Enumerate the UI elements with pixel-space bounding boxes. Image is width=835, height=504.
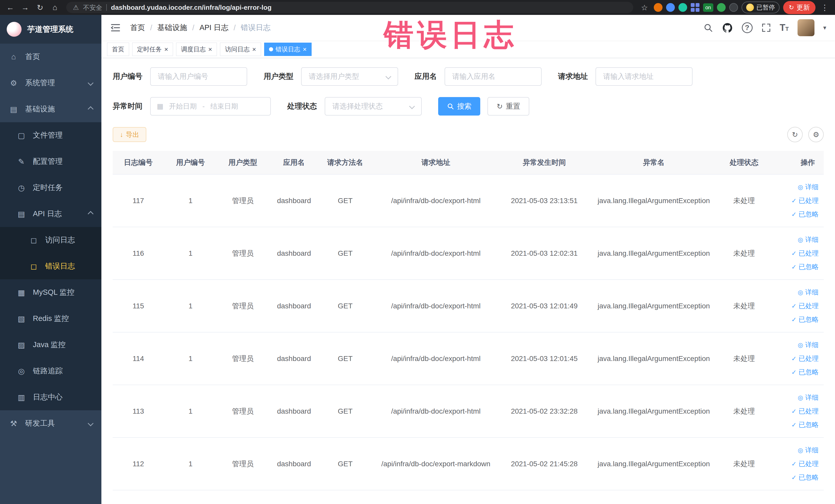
config-icon: ✎ [16, 157, 26, 166]
request-url-input[interactable] [595, 67, 693, 86]
sidebar-item-config[interactable]: ✎配置管理 [0, 148, 101, 175]
sidebar-toggle-icon[interactable] [110, 22, 121, 33]
tab-close-icon[interactable]: × [252, 46, 256, 53]
bookmark-star-icon[interactable]: ☆ [639, 3, 650, 12]
action-label: 详细 [805, 393, 819, 402]
url-text[interactable]: dashboard.yudao.iocoder.cn/infra/log/api… [111, 4, 271, 12]
tab-访问日志[interactable]: 访问日志× [220, 43, 261, 56]
sidebar-item-label: 研发工具 [25, 418, 82, 428]
extension-grid-icon[interactable] [691, 3, 699, 12]
cell: 1 [164, 227, 217, 280]
check-icon: ✓ [791, 355, 796, 362]
cell: dashboard [268, 438, 320, 490]
tab-调度日志[interactable]: 调度日志× [176, 43, 217, 56]
github-icon[interactable] [722, 22, 733, 33]
action-已忽略[interactable]: ✓已忽略 [771, 418, 819, 431]
extension-icon[interactable] [654, 3, 663, 12]
user-type-select[interactable]: 请选择用户类型 [301, 67, 398, 86]
cell: /api/infra/db-doc/export-html [371, 385, 501, 438]
refresh-button[interactable]: ↻ [787, 127, 803, 142]
sidebar-item-label: 定时任务 [33, 183, 93, 193]
sidebar-item-infra[interactable]: ▤基础设施 [0, 96, 101, 122]
sidebar-item-job[interactable]: ◷定时任务 [0, 175, 101, 201]
action-已忽略[interactable]: ✓已忽略 [771, 365, 819, 379]
extension-icon[interactable] [717, 3, 726, 12]
action-详细[interactable]: ◎详细 [771, 285, 819, 299]
action-label: 已处理 [798, 354, 819, 363]
tab-首页[interactable]: 首页 [107, 43, 129, 56]
sidebar-item-home[interactable]: ⌂首页 [0, 44, 101, 70]
caret-down-icon[interactable]: ▾ [823, 24, 826, 31]
action-已处理[interactable]: ✓已处理 [771, 404, 819, 418]
user-avatar[interactable] [797, 19, 814, 36]
action-已忽略[interactable]: ✓已忽略 [771, 260, 819, 274]
tab-label: 访问日志 [225, 45, 249, 54]
search-icon[interactable] [703, 23, 713, 33]
sidebar-item-access-log[interactable]: ◻访问日志 [0, 227, 101, 253]
tab-close-icon[interactable]: × [303, 46, 307, 53]
sidebar-item-label: 链路追踪 [33, 366, 93, 376]
export-button[interactable]: ↓ 导出 [113, 127, 146, 142]
action-已处理[interactable]: ✓已处理 [771, 194, 819, 207]
tab-定时任务[interactable]: 定时任务× [132, 43, 173, 56]
breadcrumb-item[interactable]: API 日志 [200, 23, 228, 33]
tab-close-icon[interactable]: × [164, 46, 168, 53]
reload-icon[interactable]: ↻ [34, 3, 46, 12]
sidebar-item-system[interactable]: ⚙系统管理 [0, 70, 101, 96]
tab-close-icon[interactable]: × [208, 46, 212, 53]
action-详细[interactable]: ◎详细 [771, 391, 819, 404]
action-已忽略[interactable]: ✓已忽略 [771, 207, 819, 221]
date-range-picker[interactable]: ▦ 开始日期 - 结束日期 [150, 97, 271, 116]
sidebar-item-log-center[interactable]: ▥日志中心 [0, 384, 101, 410]
sidebar-item-dev-tools[interactable]: ⚒研发工具 [0, 410, 101, 437]
check-icon: ✓ [791, 211, 796, 218]
update-button[interactable]: ↻ 更新 [783, 1, 815, 14]
extension-icon[interactable] [678, 3, 687, 12]
extension-icon[interactable] [666, 3, 675, 12]
action-已处理[interactable]: ✓已处理 [771, 299, 819, 313]
font-size-icon[interactable]: TT [780, 22, 789, 33]
sidebar-item-api-log[interactable]: ▤API 日志 [0, 201, 101, 227]
app-name-input[interactable] [445, 67, 542, 86]
action-已忽略[interactable]: ✓已忽略 [771, 471, 819, 484]
action-已处理[interactable]: ✓已处理 [771, 457, 819, 471]
cell: 1 [164, 280, 217, 332]
home-icon[interactable]: ⌂ [49, 3, 61, 12]
sidebar-item-redis[interactable]: ▧Redis 监控 [0, 305, 101, 332]
help-icon[interactable]: ? [742, 22, 753, 33]
action-详细[interactable]: ◎详细 [771, 180, 819, 194]
tab-错误日志[interactable]: 错误日志× [264, 43, 312, 56]
action-详细[interactable]: ◎详细 [771, 233, 819, 246]
action-已忽略[interactable]: ✓已忽略 [771, 313, 819, 326]
sidebar-item-error-log[interactable]: ◻错误日志 [0, 253, 101, 279]
extension-on-badge[interactable]: on [703, 3, 713, 12]
paused-badge[interactable]: 已暂停 [741, 2, 779, 13]
process-status-select[interactable]: 请选择处理状态 [325, 97, 422, 116]
forward-icon[interactable]: → [20, 3, 31, 12]
fullscreen-icon[interactable] [761, 23, 771, 33]
reset-button[interactable]: ↻ 重置 [487, 97, 529, 116]
column-settings-button[interactable]: ⚙ [808, 127, 824, 142]
security-label[interactable]: 不安全 [83, 3, 102, 12]
extension-icon[interactable] [729, 3, 738, 12]
action-详细[interactable]: ◎详细 [771, 338, 819, 352]
address-bar[interactable]: ⚠ 不安全 dashboard.yudao.iocoder.cn/infra/l… [66, 2, 633, 13]
browser-menu-icon[interactable]: ⋮ [819, 3, 830, 12]
action-详细[interactable]: ◎详细 [771, 443, 819, 457]
sidebar-item-mysql[interactable]: ▦MySQL 监控 [0, 279, 101, 305]
sidebar-item-trace[interactable]: ◎链路追踪 [0, 358, 101, 384]
sidebar-item-file[interactable]: ▢文件管理 [0, 122, 101, 148]
search-button[interactable]: 搜索 [438, 97, 480, 116]
breadcrumb-item[interactable]: 基础设施 [157, 23, 187, 33]
app-logo[interactable]: 芋道管理系统 [0, 15, 101, 44]
breadcrumb-item[interactable]: 错误日志 [241, 23, 270, 33]
action-已处理[interactable]: ✓已处理 [771, 352, 819, 365]
back-icon[interactable]: ← [5, 3, 16, 12]
sidebar: 芋道管理系统 ⌂首页⚙系统管理▤基础设施▢文件管理✎配置管理◷定时任务▤API … [0, 15, 101, 504]
sidebar-item-label: MySQL 监控 [33, 287, 93, 298]
tags-view: 首页定时任务×调度日志×访问日志×错误日志× [101, 41, 835, 58]
breadcrumb-item[interactable]: 首页 [130, 23, 145, 33]
action-已处理[interactable]: ✓已处理 [771, 246, 819, 260]
sidebar-item-java[interactable]: ▨Java 监控 [0, 332, 101, 358]
user-id-input[interactable] [150, 67, 247, 86]
